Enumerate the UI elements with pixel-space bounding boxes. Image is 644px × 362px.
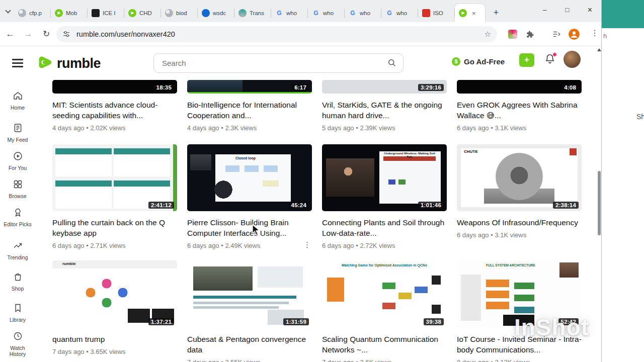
browser-tab[interactable]: ICE I [88, 4, 124, 22]
url-text[interactable]: rumble.com/user/nonvaxer420 [76, 26, 175, 42]
video-thumbnail[interactable]: Underground Wireless: Making Soil Talk 1… [322, 144, 447, 211]
search-input[interactable] [153, 53, 404, 73]
sidebar-item-editor-picks[interactable]: Editor Picks [0, 207, 35, 235]
sidebar-item-for-you[interactable]: For You [0, 151, 35, 179]
video-meta: 7 days ago • 2.6K views [322, 358, 447, 362]
video-thumbnail[interactable]: 3:29:16 [322, 80, 447, 94]
go-ad-free-button[interactable]: $ Go Ad-Free [452, 57, 505, 66]
video-thumbnail[interactable]: 2:41:12 [52, 144, 177, 211]
browser-tab[interactable]: Gwho [345, 4, 381, 22]
browser-tab[interactable]: Gwho [308, 4, 345, 22]
browser-profile-icon[interactable] [569, 29, 580, 40]
notifications-bell-icon[interactable] [544, 53, 556, 65]
video-title[interactable]: IoT Course - Invited Seminar - Intra-bod… [457, 334, 582, 355]
rumble-favicon: ▶ [459, 9, 467, 17]
sidebar-item-home[interactable]: Home [0, 90, 35, 119]
browser-tab[interactable]: Trans [234, 4, 271, 22]
google-favicon: G [385, 9, 393, 17]
video-card: 18:35 MIT: Scientists advance cloud-seed… [52, 80, 177, 132]
site-info-icon[interactable] [62, 30, 70, 40]
tab-close-icon[interactable]: × [472, 10, 476, 17]
notification-badge [552, 52, 557, 57]
sidebar-item-shop[interactable]: Shop [0, 272, 35, 300]
sidebar-label: Trending [3, 254, 33, 260]
video-meta: 6 days ago • 3.1K views [457, 124, 582, 132]
bookmark-star-icon[interactable]: ☆ [485, 26, 491, 42]
extensions-puzzle-icon[interactable] [526, 30, 535, 41]
sidebar-item-my-feed[interactable]: My Feed [0, 123, 35, 151]
video-title[interactable]: Weapons Of Infrasound/Frequency [457, 217, 582, 228]
rumble-favicon: ▶ [128, 9, 136, 17]
video-title[interactable]: quantum trump [52, 334, 177, 344]
user-avatar[interactable] [564, 51, 581, 68]
rumble-logo[interactable]: rumble [37, 52, 101, 74]
forward-button[interactable]: → [22, 28, 34, 40]
tab-title: ICE I [103, 10, 116, 16]
video-thumbnail[interactable]: 4:08 [457, 80, 582, 94]
video-thumbnail[interactable]: 6:17 [187, 80, 312, 94]
background-partial-text: h [603, 32, 607, 40]
video-title[interactable]: Vril, StarKids, GATE & the ongoing human… [322, 100, 447, 121]
browser-tab[interactable]: biod [161, 4, 198, 22]
video-card: Underground Wireless: Making Soil Talk 1… [322, 144, 447, 249]
sidebar-label: Editor Picks [3, 221, 33, 227]
tab-search-chevron-icon[interactable] [5, 8, 11, 13]
thumbnail-text: Underground Wireless: Making Soil Talk [381, 152, 438, 159]
sidebar-label: My Feed [3, 137, 33, 143]
browser-tab[interactable]: ISO [418, 4, 455, 22]
extension-icon[interactable] [508, 30, 517, 39]
reading-list-icon[interactable] [552, 30, 561, 41]
video-card: 1:31:59 Cubesat & Pentagon convergence d… [187, 260, 312, 362]
search-icon[interactable] [387, 58, 397, 70]
video-thumbnail[interactable]: CHUTE 2:38:14 [457, 144, 582, 211]
browser-tab[interactable]: ▶CHD [124, 4, 161, 22]
tab-list: cfp.p ▶Mob ICE I ▶CHD biod wsdc Trans Gw… [14, 0, 503, 22]
video-title[interactable]: Even GROK Aggrees With Sabrina Wallace 😅… [457, 100, 582, 121]
sidebar-item-library[interactable]: Library [0, 303, 35, 331]
video-title[interactable]: Pulling the curtain back on the Q keybas… [52, 217, 177, 238]
video-title[interactable]: Cubesat & Pentagon convergence data [187, 334, 312, 355]
maximize-button[interactable]: □ [556, 0, 579, 20]
video-thumbnail[interactable]: Closed loop 45:24 [187, 144, 312, 211]
scrollbar-up-arrow[interactable] [597, 48, 601, 51]
video-thumbnail[interactable]: FULL SYSTEM ARCHITECTURE 52:42 [457, 260, 582, 328]
browser-tab[interactable]: ▶Mob [51, 4, 88, 22]
video-card: 3:29:16 Vril, StarKids, GATE & the ongoi… [322, 80, 447, 132]
video-card: 6:17 Bio-Intelligence for International … [187, 80, 312, 132]
video-thumbnail[interactable]: 18:35 [52, 80, 177, 94]
sidebar-label: Watch History [3, 345, 33, 357]
sidebar-item-browse[interactable]: Browse [0, 179, 35, 207]
sidebar-item-watch-history[interactable]: Watch History [0, 331, 35, 359]
new-tab-button[interactable]: + [489, 6, 503, 20]
minimize-button[interactable]: – [533, 0, 556, 20]
red-favicon [422, 9, 430, 17]
browser-tab[interactable]: Gwho [271, 4, 308, 22]
browser-tab-active[interactable]: ▶× [455, 4, 485, 22]
video-title[interactable]: Connecting Plants and Soil through Low-d… [322, 217, 447, 238]
browser-tab[interactable]: cfp.p [14, 4, 51, 22]
browser-tab[interactable]: wsdc [198, 4, 234, 22]
video-title[interactable]: Scaling Quantum Communication Networks ~… [322, 334, 447, 355]
video-thumbnail[interactable]: 1:31:59 [187, 260, 312, 328]
reload-button[interactable]: ↻ [40, 28, 52, 40]
browser-menu-icon[interactable]: ⋮ [590, 28, 600, 40]
sidebar-label: Browse [3, 193, 33, 199]
sidebar-item-trending[interactable]: Trending [0, 240, 35, 268]
rumble-favicon: ▶ [55, 9, 63, 17]
back-button[interactable]: ← [4, 28, 16, 40]
video-title[interactable]: Bio-Intelligence for International Coope… [187, 100, 312, 121]
video-meta: 6 days ago • 2.49K views⋮ [187, 242, 312, 249]
video-card: Closed loop 45:24 Pierre Clisson- Buildi… [187, 144, 312, 249]
video-title[interactable]: MIT: Scientists advance cloud-seeding ca… [52, 100, 177, 121]
video-options-button[interactable]: ⋮ [303, 240, 311, 249]
close-button[interactable]: × [579, 0, 601, 20]
trending-icon [13, 240, 23, 253]
scrollbar-thumb[interactable] [598, 171, 601, 235]
video-title[interactable]: Pierre Clisson- Building Brain Computer … [187, 217, 312, 238]
address-bar[interactable]: rumble.com/user/nonvaxer420 ☆ [56, 26, 497, 42]
browser-tab[interactable]: Gwho [381, 4, 418, 22]
video-thumbnail[interactable]: Matching Game for Optimized Association … [322, 260, 447, 328]
upload-button[interactable]: + [519, 53, 534, 67]
hamburger-menu-icon[interactable] [12, 59, 23, 67]
video-thumbnail[interactable]: rumble 1:37:21 [52, 260, 177, 328]
